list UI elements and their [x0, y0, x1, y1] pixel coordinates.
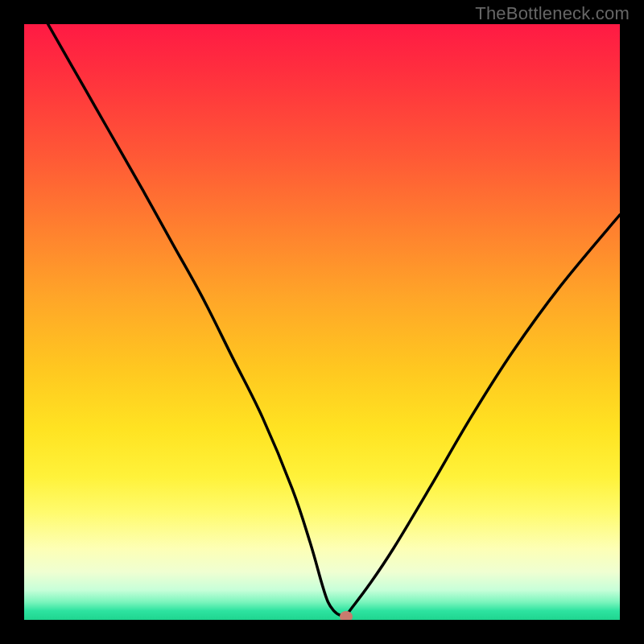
- bottleneck-curve: [24, 24, 620, 620]
- plot-area: [24, 24, 620, 620]
- optimal-point-marker: [340, 611, 353, 620]
- chart-frame: TheBottleneck.com: [0, 0, 644, 644]
- watermark-text: TheBottleneck.com: [475, 3, 630, 24]
